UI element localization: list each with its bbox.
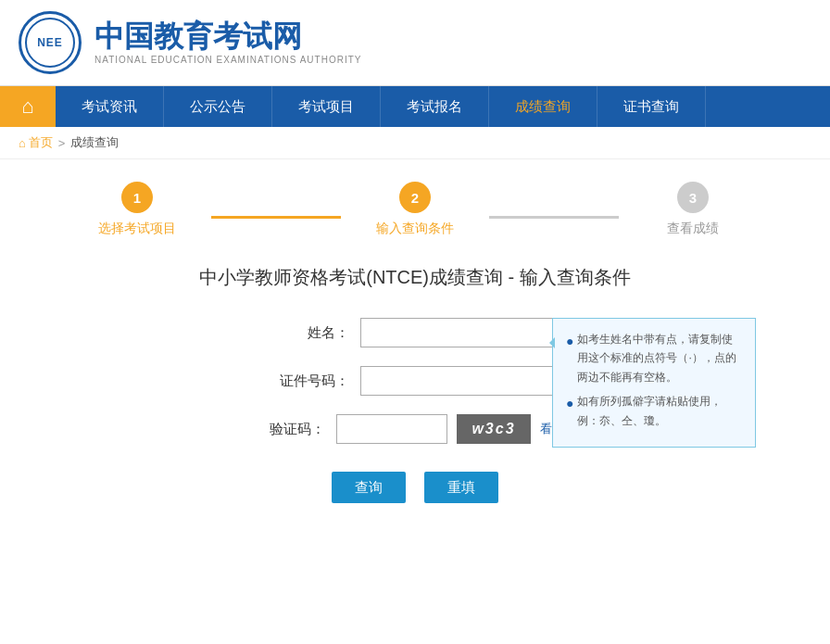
step-3-circle: 3 xyxy=(677,182,709,213)
step-2: 2 输入查询条件 xyxy=(341,182,489,237)
page-title: 中小学教师资格考试(NTCE)成绩查询 - 输入查询条件 xyxy=(37,265,793,290)
id-input[interactable] xyxy=(360,366,564,396)
steps-progress: 1 选择考试项目 2 输入查询条件 3 查看成绩 xyxy=(0,159,830,246)
breadcrumb-home-text: 首页 xyxy=(29,134,53,151)
nav-item-kszx[interactable]: 考试资讯 xyxy=(56,86,164,127)
header: NEE 中国教育考试网 NATIONAL EDUCATION EXAMINATI… xyxy=(0,0,830,86)
tooltip-text-2: 如有所列孤僻字请粘贴使用，例：夵、仝、瓊。 xyxy=(577,392,742,430)
name-input[interactable] xyxy=(360,318,564,347)
breadcrumb-current: 成绩查询 xyxy=(70,134,119,151)
query-button[interactable]: 查询 xyxy=(332,472,406,503)
step-2-circle: 2 xyxy=(399,182,431,213)
logo-circle: NEE xyxy=(19,11,82,74)
id-label: 证件号码： xyxy=(266,373,349,390)
logo-text-block: 中国教育考试网 NATIONAL EDUCATION EXAMINATIONS … xyxy=(94,21,361,65)
captcha-group: w3c3 看不清？ xyxy=(336,414,588,444)
nav-item-ksbm[interactable]: 考试报名 xyxy=(381,86,489,127)
logo-en-text: NATIONAL EDUCATION EXAMINATIONS AUTHORIT… xyxy=(94,55,361,65)
home-icon: ⌂ xyxy=(21,95,33,119)
step-connector-1 xyxy=(211,216,341,219)
breadcrumb-separator: > xyxy=(58,136,66,150)
nav-item-gsgg[interactable]: 公示公告 xyxy=(164,86,272,127)
tooltip-dot-1: ● xyxy=(566,331,573,353)
tooltip-text-1: 如考生姓名中带有点，请复制使用这个标准的点符号（·），点的两边不能再有空格。 xyxy=(577,330,742,386)
reset-button[interactable]: 重填 xyxy=(424,472,498,503)
step-1-label: 选择考试项目 xyxy=(98,221,176,237)
step-connector-2 xyxy=(489,216,619,219)
nav-item-cjcx[interactable]: 成绩查询 xyxy=(489,86,597,127)
step-3: 3 查看成绩 xyxy=(619,182,767,237)
logo-inner: NEE xyxy=(25,18,75,68)
nav-item-zscx[interactable]: 证书查询 xyxy=(597,86,706,127)
nav-item-ksxm[interactable]: 考试项目 xyxy=(272,86,381,127)
name-label: 姓名： xyxy=(266,324,349,342)
form-area: ● 如考生姓名中带有点，请复制使用这个标准的点符号（·），点的两边不能再有空格。… xyxy=(37,318,793,503)
captcha-image[interactable]: w3c3 xyxy=(457,414,531,444)
step-2-label: 输入查询条件 xyxy=(376,221,454,237)
step-1-circle: 1 xyxy=(121,182,153,213)
button-row: 查询 重填 xyxy=(37,472,793,503)
step-1: 1 选择考试项目 xyxy=(63,182,211,237)
logo-nee-text: NEE xyxy=(37,36,63,49)
breadcrumb-home-link[interactable]: ⌂ 首页 xyxy=(19,134,53,151)
breadcrumb-home-icon: ⌂ xyxy=(19,136,26,150)
main-content: 中小学教师资格考试(NTCE)成绩查询 - 输入查询条件 ● 如考生姓名中带有点… xyxy=(0,246,830,540)
logo-cn-text: 中国教育考试网 xyxy=(94,21,361,51)
tooltip-box: ● 如考生姓名中带有点，请复制使用这个标准的点符号（·），点的两边不能再有空格。… xyxy=(552,318,756,448)
breadcrumb: ⌂ 首页 > 成绩查询 xyxy=(0,127,830,159)
nav-home-button[interactable]: ⌂ xyxy=(0,86,56,127)
tooltip-item-1: ● 如考生姓名中带有点，请复制使用这个标准的点符号（·），点的两边不能再有空格。 xyxy=(566,330,742,386)
tooltip-dot-2: ● xyxy=(566,393,573,415)
tooltip-item-2: ● 如有所列孤僻字请粘贴使用，例：夵、仝、瓊。 xyxy=(566,392,742,430)
step-3-label: 查看成绩 xyxy=(667,221,719,237)
captcha-image-text: w3c3 xyxy=(472,421,515,437)
main-nav: ⌂ 考试资讯 公示公告 考试项目 考试报名 成绩查询 证书查询 xyxy=(0,86,830,127)
captcha-input[interactable] xyxy=(336,414,447,444)
captcha-label: 验证码： xyxy=(242,421,325,438)
